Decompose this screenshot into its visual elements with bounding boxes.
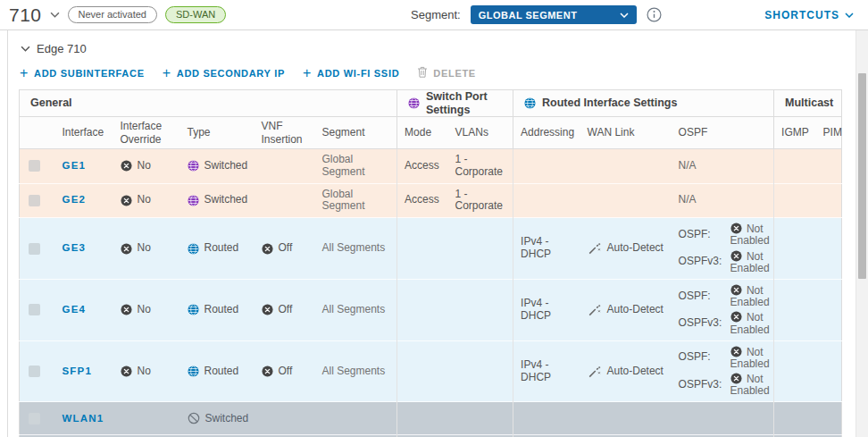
cell-vnf-insertion: Off [255, 279, 315, 340]
cell-interface-override: No [113, 279, 180, 340]
interface-link[interactable]: GE2 [63, 194, 87, 205]
cell-vlans [448, 218, 513, 280]
row-checkbox[interactable] [29, 366, 40, 377]
cell-segment: Global Segment [315, 183, 397, 218]
routed-globe-icon [188, 243, 199, 255]
add-wifi-ssid-button[interactable]: + ADD WI-FI SSID [303, 68, 399, 79]
cell-type: Switched [180, 402, 255, 435]
cell-ospf: OSPF: Not EnabledOSPFv3: Not Enabled [672, 340, 774, 402]
row-checkbox[interactable] [29, 160, 40, 172]
plus-icon: + [20, 68, 29, 79]
cell-interface: GE2 [55, 183, 113, 218]
routed-globe-icon [188, 304, 199, 315]
cell-interface-override: No [113, 218, 180, 280]
routed-globe-icon [524, 97, 536, 109]
interface-link[interactable]: WLAN1 [63, 413, 104, 424]
segment-dropdown[interactable]: GLOBAL SEGMENT [471, 5, 637, 24]
cell-segment: All Segments [315, 340, 397, 402]
cell-pim [816, 183, 842, 218]
cell-addressing: IPv4 - DHCP [513, 218, 580, 280]
ospf-value: Not Enabled [730, 311, 780, 335]
ospf-na: N/A [679, 159, 697, 172]
ospf-value: Not Enabled [730, 284, 780, 308]
cell-igmp [774, 402, 816, 435]
cell-wan-link [580, 149, 672, 184]
ospf-label: OSPFv3: [679, 317, 730, 330]
scrollbar-thumb[interactable] [858, 73, 866, 279]
group-header-label: Switch Port Settings [426, 90, 507, 116]
column-header-mode: Mode [397, 117, 448, 149]
row-checkbox[interactable] [29, 243, 40, 255]
interface-link[interactable]: GE3 [63, 242, 87, 253]
cell-ospf [672, 402, 774, 435]
cell-igmp [774, 340, 816, 402]
cell-vnf-insertion [255, 183, 315, 218]
cell-interface: GE3 [55, 218, 113, 280]
ospf-label: OSPF: [679, 290, 730, 303]
x-circle-icon [262, 243, 273, 255]
edge-section-toggle[interactable]: Edge 710 [21, 42, 868, 55]
cell-igmp [774, 183, 816, 218]
row-checkbox[interactable] [29, 304, 40, 315]
add-subinterface-button[interactable]: + ADD SUBINTERFACE [20, 68, 145, 79]
interface-link[interactable]: GE1 [63, 160, 87, 171]
override-value: No [121, 194, 173, 206]
cell-wan-link: Auto-Detect [580, 340, 672, 402]
type-value: Switched [188, 194, 247, 206]
switched-globe-icon [188, 195, 199, 206]
sdwan-badge: SD-WAN [165, 6, 226, 23]
cell-addressing [513, 149, 580, 184]
vnf-value: Off [262, 366, 308, 378]
table-row-sfp1: SFP1NoRoutedOffAll SegmentsIPv4 - DHCPAu… [20, 340, 842, 402]
table-row-ge3: GE3NoRoutedOffAll SegmentsIPv4 - DHCPAut… [20, 218, 842, 280]
cell-interface-override: No [113, 183, 180, 218]
cell-igmp [774, 149, 816, 184]
cell-pim [816, 149, 842, 184]
shortcuts-label: SHORTCUTS [764, 9, 839, 21]
table-row-wlan1: WLAN1Switched [20, 402, 842, 435]
ospf-na: N/A [679, 193, 697, 206]
interface-link[interactable]: SFP1 [63, 366, 93, 376]
edge-config-panel: Edge 710 + ADD SUBINTERFACE + ADD SECOND… [7, 30, 868, 437]
cell-pim [816, 340, 842, 402]
cell-vnf-insertion: Off [255, 340, 315, 402]
auto-detect-icon [588, 242, 602, 255]
type-value: Switched [188, 412, 247, 424]
vertical-scrollbar[interactable] [855, 30, 868, 437]
x-circle-icon [730, 311, 744, 324]
ospf-status: OSPF: Not EnabledOSPFv3: Not Enabled [679, 223, 767, 274]
delete-button[interactable]: DELETE [417, 66, 476, 80]
table-row-ge1: GE1NoSwitchedGlobal SegmentAccess1 - Cor… [20, 149, 842, 184]
x-circle-icon [262, 304, 273, 315]
cell-segment: All Segments [315, 218, 397, 280]
group-header-routed-interface-settings: Routed Interface Settings [513, 90, 774, 117]
add-secondary-ip-button[interactable]: + ADD SECONDARY IP [163, 68, 285, 79]
table-row-ge2: GE2NoSwitchedGlobal SegmentAccess1 - Cor… [20, 183, 842, 218]
interfaces-table: GeneralSwitch Port SettingsRouted Interf… [19, 89, 842, 437]
info-icon[interactable] [647, 7, 662, 22]
group-header-label: Multicast [785, 97, 833, 109]
cell-ospf: N/A [672, 149, 774, 184]
auto-detect-icon [588, 366, 602, 378]
cell-mode [397, 340, 448, 402]
column-header-vlans: VLANs [448, 117, 513, 149]
x-circle-icon [121, 195, 132, 206]
ospf-status: OSPF: Not EnabledOSPFv3: Not Enabled [679, 346, 767, 398]
device-chevron-down-icon[interactable] [50, 12, 60, 18]
ospf-value: Not Enabled [730, 223, 780, 247]
cell-type: Routed [180, 218, 255, 280]
wan-link-value: Auto-Detect [588, 366, 664, 378]
row-checkbox[interactable] [29, 413, 40, 424]
cell-addressing: IPv4 - DHCP [513, 279, 580, 340]
cell-interface: WLAN1 [55, 402, 113, 435]
shortcuts-menu[interactable]: SHORTCUTS [764, 9, 854, 21]
section-chevron-down-icon [21, 46, 30, 52]
x-circle-icon [730, 223, 744, 235]
interface-link[interactable]: GE4 [63, 304, 87, 315]
column-header-wan-link: WAN Link [580, 117, 672, 149]
cell-select [20, 218, 55, 280]
ospf-value: Not Enabled [730, 250, 780, 274]
cell-interface-override [113, 402, 180, 435]
row-checkbox[interactable] [29, 195, 40, 206]
x-circle-icon [121, 160, 132, 172]
